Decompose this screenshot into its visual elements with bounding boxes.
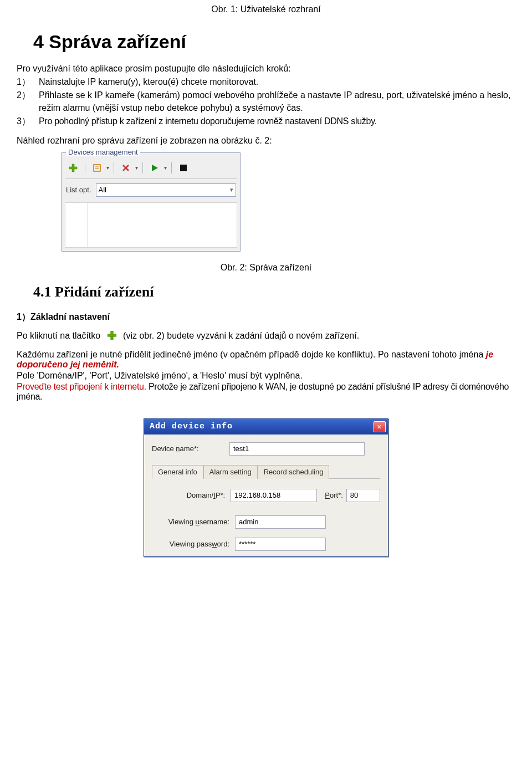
tab-alarm-setting[interactable]: Alarm setting — [203, 465, 258, 479]
tab-record-scheduling[interactable]: Record scheduling — [258, 465, 330, 479]
click-text-before: Po kliknutí na tlačítko — [17, 331, 100, 340]
figure-2-caption: Obr. 2: Správa zařízení — [17, 263, 515, 273]
close-icon[interactable]: ✕ — [374, 421, 386, 432]
filter-value: All — [99, 186, 106, 194]
edit-dropdown-icon[interactable]: ▾ — [106, 165, 109, 171]
step-1-number: 1） — [17, 76, 39, 88]
play-icon[interactable] — [147, 162, 162, 174]
domain-ip-input[interactable]: 192.168.0.158 — [231, 489, 317, 502]
edit-device-icon[interactable] — [90, 162, 104, 174]
delete-dropdown-icon[interactable]: ▾ — [135, 165, 138, 171]
add-device-dialog: Add device info ✕ Device name*: test1 Ge… — [144, 418, 388, 557]
step-1-text: Nainstalujte IP kameru(y), kterou(é) chc… — [39, 76, 515, 88]
panel-filter-row: List opt. All ▾ — [65, 179, 237, 200]
unique-name-text: Každému zařízení je nutné přidělit jedin… — [17, 350, 486, 359]
panel-legend: Devices management — [66, 148, 140, 156]
dialog-tabs: General info Alarm setting Record schedu… — [152, 464, 380, 479]
svg-rect-1 — [69, 167, 77, 169]
svg-rect-10 — [108, 334, 116, 336]
chevron-down-icon: ▾ — [230, 186, 233, 193]
step-3-number: 3） — [17, 115, 39, 127]
panel-toolbar: ▾ ▾ ▾ — [65, 159, 237, 179]
step-3-text: Pro pohodlný přístup k zařízení z intern… — [39, 115, 515, 127]
step-list: 1） Nainstalujte IP kameru(y), kterou(é) … — [17, 76, 515, 128]
viewing-password-label: Viewing password: — [152, 540, 235, 548]
intro-paragraph: Pro využívání této aplikace prosím postu… — [17, 64, 515, 74]
svg-rect-2 — [94, 165, 100, 171]
port-input[interactable]: 80 — [346, 489, 380, 502]
toolbar-separator — [142, 162, 143, 173]
stop-icon[interactable] — [176, 162, 191, 174]
dialog-title-text: Add device info — [150, 422, 233, 431]
device-name-label: Device name*: — [152, 444, 229, 453]
required-fields-paragraph: Pole 'Doména/IP', 'Port', Uživatelské jm… — [17, 371, 515, 381]
basic-settings-heading: 1）Základní nastavení — [17, 311, 515, 323]
click-text-after: (viz obr. 2) budete vyzváni k zadání úda… — [123, 331, 359, 340]
add-device-icon[interactable] — [66, 162, 80, 174]
figure-1-caption: Obr. 1: Uživatelské rozhraní — [17, 4, 515, 14]
preview-paragraph: Náhled rozhraní pro správu zařízení je z… — [17, 136, 515, 146]
toolbar-separator — [114, 162, 114, 173]
device-name-input[interactable]: test1 — [229, 442, 365, 456]
step-2-number: 2） — [17, 89, 39, 114]
heading-4-1: 4.1 Přidání zařízení — [33, 284, 515, 300]
heading-4: 4 Správa zařízení — [33, 31, 515, 53]
tab-general-info[interactable]: General info — [152, 465, 203, 479]
port-label: Port*: — [317, 491, 346, 499]
click-instruction: Po kliknutí na tlačítko (viz obr. 2) bud… — [17, 330, 515, 343]
device-list-area[interactable] — [65, 202, 237, 248]
test-connection-paragraph: Proveďte test připojení k internetu. Pro… — [17, 382, 515, 402]
domain-ip-label: Domain/IP*: — [152, 491, 231, 499]
unique-name-paragraph: Každému zařízení je nutné přidělit jedin… — [17, 350, 515, 370]
toolbar-separator — [85, 162, 85, 173]
devices-management-panel: Devices management ▾ ▾ ▾ — [61, 152, 241, 252]
viewing-username-label: Viewing username: — [152, 518, 235, 526]
toolbar-separator — [171, 162, 172, 173]
play-dropdown-icon[interactable]: ▾ — [164, 165, 167, 171]
svg-rect-8 — [180, 165, 187, 171]
inline-add-icon — [106, 330, 117, 343]
delete-device-icon[interactable] — [119, 162, 133, 174]
dialog-titlebar: Add device info ✕ — [144, 419, 388, 434]
step-2-text: Přihlaste se k IP kameře (kamerám) pomoc… — [39, 89, 515, 114]
filter-label: List opt. — [66, 186, 91, 194]
viewing-password-input[interactable]: ****** — [235, 538, 326, 551]
viewing-username-input[interactable]: admin — [235, 515, 326, 529]
test-connection-warning: Proveďte test připojení k internetu. — [17, 382, 146, 391]
svg-marker-7 — [152, 165, 158, 171]
filter-select[interactable]: All ▾ — [96, 183, 236, 197]
